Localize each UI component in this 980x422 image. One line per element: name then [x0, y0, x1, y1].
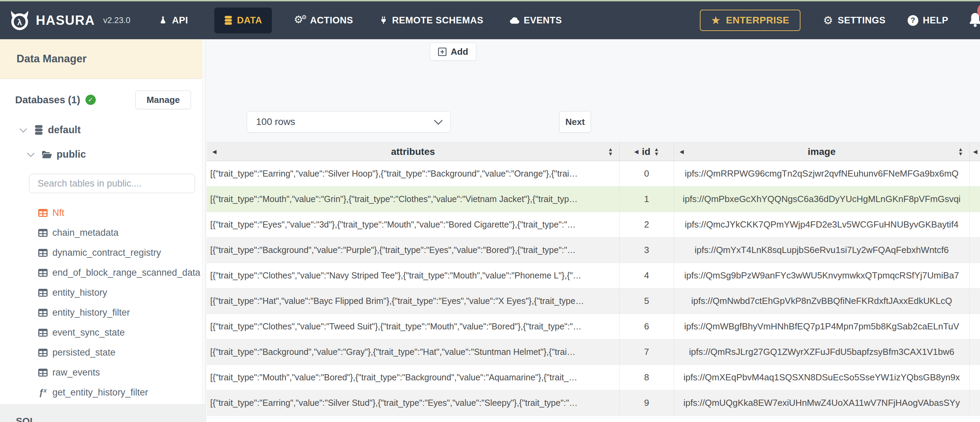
tree-node-database-default[interactable]: default — [0, 124, 205, 136]
rows-per-page-select[interactable]: 100 rows — [247, 111, 451, 133]
nav-item-api[interactable]: API — [159, 15, 188, 26]
cell-id: 8 — [620, 365, 674, 390]
cell-partial — [970, 187, 980, 212]
cell-image: ipfs://QmXEqPbvM4aq1SQSXN8DSuEcSo5SseYW1… — [674, 365, 970, 390]
table-row[interactable]: [{"trait_type":"Earring","value":"Silver… — [207, 390, 980, 416]
sidebar-item-end_of_block_range_scanned_data[interactable]: end_of_block_range_scanned_data — [0, 263, 205, 282]
settings-label: SETTINGS — [838, 15, 886, 26]
top-navbar: λ HASURA v2.23.0 API DATA ⚙⚙ — [0, 2, 980, 39]
table-row[interactable]: [{"trait_type":"Background","value":"Gra… — [207, 340, 980, 365]
gear-icon: ⚙ — [823, 15, 833, 25]
rows-per-page-value: 100 rows — [256, 116, 295, 127]
chevron-down-icon[interactable] — [27, 150, 35, 157]
schema-name: public — [57, 149, 86, 160]
nav-item-help[interactable]: ? HELP — [908, 15, 948, 26]
collapse-column-left-icon[interactable]: ◀ — [212, 149, 216, 155]
nav-item-events[interactable]: EVENTS — [510, 15, 562, 26]
column-header-partial[interactable]: ◀ — [970, 143, 980, 161]
cell-attributes: [{"trait_type":"Background","value":"Gra… — [207, 340, 620, 365]
chevron-down-icon[interactable] — [20, 125, 27, 133]
nav-label: EVENTS — [524, 15, 562, 26]
table-icon — [38, 209, 48, 217]
sort-arrows-icon[interactable]: ▲▼ — [608, 148, 613, 156]
plug-icon — [379, 16, 388, 25]
cell-image: ipfs://QmNwbd7ctEhGpVkP8nZvBBQfiNeFKRdxf… — [674, 289, 970, 314]
svg-text:λ: λ — [17, 17, 22, 27]
sidebar-item-entity_history[interactable]: entity_history — [0, 282, 205, 303]
table-icon — [38, 269, 48, 277]
sort-arrows-icon[interactable]: ▲▼ — [958, 148, 963, 156]
hasura-logo-link[interactable]: λ HASURA — [9, 10, 95, 30]
cell-partial — [970, 365, 980, 390]
sidebar-item-get_entity_history_filter[interactable]: ƒx get_entity_history_filter — [0, 382, 205, 402]
search-tables-input[interactable] — [29, 174, 195, 193]
cell-partial — [970, 238, 980, 263]
database-icon — [224, 16, 232, 25]
plus-square-icon — [438, 48, 447, 56]
nav-item-actions[interactable]: ⚙⚙ ACTIONS — [294, 14, 353, 26]
collapse-column-left-icon[interactable]: ◀ — [679, 149, 684, 155]
table-row[interactable]: [{"trait_type":"Earring","value":"Silver… — [207, 161, 980, 187]
sidebar-item-persisted_state[interactable]: persisted_state — [0, 343, 205, 362]
cell-image: ipfs://QmUQgKka8EW7exiUHnMwZ4UoXA11wV7NF… — [674, 390, 970, 416]
sidebar-scrollbar[interactable] — [202, 39, 205, 405]
sidebar-item-event_sync_state[interactable]: event_sync_state — [0, 322, 205, 343]
collapse-column-left-icon[interactable]: ◀ — [973, 149, 977, 155]
cell-attributes: [{"trait_type":"Clothes","value":"Tweed … — [207, 314, 620, 339]
add-row-button[interactable]: Add — [430, 43, 476, 60]
enterprise-button[interactable]: ★ ENTERPRISE — [700, 10, 800, 31]
column-header-id[interactable]: ◀ id ▲▼ — [620, 143, 674, 161]
table-icon — [38, 309, 48, 317]
nav-item-data[interactable]: DATA — [214, 8, 272, 33]
table-body: [{"trait_type":"Earring","value":"Silver… — [207, 161, 980, 416]
cell-id: 1 — [620, 187, 674, 212]
table-row[interactable]: [{"trait_type":"Clothes","value":"Tweed … — [207, 314, 980, 340]
collapse-column-left-icon[interactable]: ◀ — [634, 149, 638, 155]
table-name: persisted_state — [52, 347, 115, 358]
table-row[interactable]: [{"trait_type":"Mouth","value":"Grin"},{… — [207, 187, 980, 212]
table-row[interactable]: [{"trait_type":"Mouth","value":"Bored"},… — [207, 365, 980, 390]
nav-label: API — [172, 15, 188, 26]
cell-attributes: [{"trait_type":"Hat","value":"Bayc Flipp… — [207, 289, 620, 314]
data-table: ◀ attributes ▲▼ ◀ id ▲▼ ◀ image ▲▼ ◀ [{"… — [207, 142, 980, 422]
sidebar-sql-section[interactable]: SQL — [0, 405, 205, 422]
cell-attributes: [{"trait_type":"Background","value":"Pur… — [207, 238, 620, 263]
database-icon — [34, 125, 43, 135]
sidebar-item-Nft[interactable]: Nft — [0, 203, 205, 223]
sidebar-item-dynamic_contract_registry[interactable]: dynamic_contract_registry — [0, 243, 205, 263]
tree-node-schema-public[interactable]: public — [0, 149, 205, 160]
question-circle-icon: ? — [908, 15, 918, 26]
notifications-bell[interactable]: 8 — [968, 12, 980, 29]
cell-id: 6 — [620, 314, 674, 339]
sidebar-item-raw_events[interactable]: raw_events — [0, 362, 205, 382]
table-icon — [38, 329, 48, 336]
databases-count-label: Databases (1) ✓ — [15, 94, 96, 106]
column-header-image[interactable]: ◀ image ▲▼ — [674, 143, 970, 161]
help-label: HELP — [923, 15, 948, 26]
nav-item-settings[interactable]: ⚙ SETTINGS — [823, 15, 886, 26]
manage-button[interactable]: Manage — [135, 90, 191, 109]
sidebar-item-entity_history_filter[interactable]: entity_history_filter — [0, 303, 205, 322]
table-name: entity_history_filter — [52, 308, 130, 318]
cell-image: ipfs://QmSg9bPzW9anFYc3wWU5KnvymwkxQTpmq… — [674, 263, 970, 288]
nav-item-remote-schemas[interactable]: REMOTE SCHEMAS — [379, 15, 484, 26]
table-row[interactable]: [{"trait_type":"Hat","value":"Bayc Flipp… — [207, 289, 980, 314]
main-content: Add 100 rows Next ◀ attributes ▲▼ ◀ id ▲… — [206, 39, 980, 422]
table-row[interactable]: [{"trait_type":"Background","value":"Pur… — [207, 238, 980, 263]
database-name: default — [48, 124, 81, 136]
cell-id: 5 — [620, 289, 674, 314]
next-page-button[interactable]: Next — [559, 111, 591, 133]
table-row[interactable]: [{"trait_type":"Clothes","value":"Navy S… — [207, 263, 980, 289]
cell-partial — [970, 212, 980, 237]
column-header-attributes[interactable]: ◀ attributes ▲▼ — [207, 143, 620, 161]
table-icon — [38, 229, 48, 237]
cell-image: ipfs://QmcJYkCKK7QPmYWjp4FD2e3Lv5WCGFuHN… — [674, 212, 970, 237]
sidebar-item-chain_metadata[interactable]: chain_metadata — [0, 223, 205, 243]
chevron-down-icon — [434, 116, 442, 125]
cell-attributes: [{"trait_type":"Mouth","value":"Grin"},{… — [207, 187, 620, 212]
bell-icon — [968, 22, 980, 28]
table-header-row: ◀ attributes ▲▼ ◀ id ▲▼ ◀ image ▲▼ ◀ — [207, 142, 980, 161]
brand-title: HASURA — [36, 13, 95, 28]
table-row[interactable]: [{"trait_type":"Eyes","value":"3d"},{"tr… — [207, 212, 980, 238]
sort-arrows-icon[interactable]: ▲▼ — [654, 148, 659, 156]
